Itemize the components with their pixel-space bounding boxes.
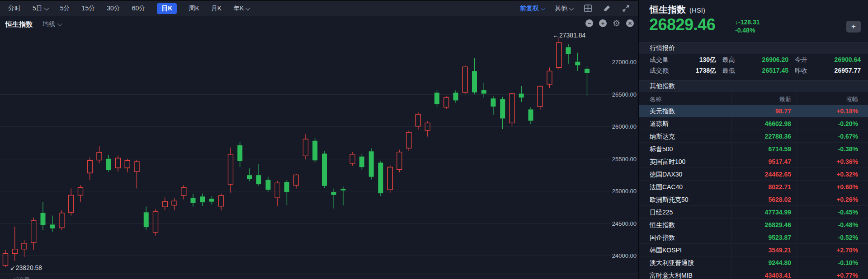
candle-body [191,198,196,203]
index-row-富时意大利MIB[interactable]: 富时意大利MIB43403.41+0.77% [639,269,868,279]
candle [3,250,8,267]
adjust-mode-dropdown[interactable]: 前复权 [520,5,545,13]
period-label: 5分 [60,5,70,13]
quote-label-今开: 今开 [795,56,807,64]
candle [181,185,186,199]
index-row-澳大利亚普通股[interactable]: 澳大利亚普通股9244.80-0.10% [639,256,868,269]
candle [331,188,336,208]
candle [153,209,158,236]
index-name: 恒生指数 [650,221,675,229]
candle-body [500,99,505,119]
period-tab-60分[interactable]: 60分 [132,5,146,13]
period-tab-日K[interactable]: 日K [157,3,177,14]
brush-icon[interactable] [602,4,611,13]
index-change: +0.32% [813,171,858,178]
chart-header: 恒生指数 均线 − + ⚙ ✕ [0,18,638,31]
zoom-in-icon[interactable]: + [599,19,607,27]
period-tab-30分[interactable]: 30分 [107,5,120,13]
quote-section-header: 行情报价 [639,42,868,54]
candle-body [294,175,299,185]
candle-body [144,212,149,227]
index-last: 9244.80 [728,259,791,266]
other-dropdown[interactable]: 其他 [555,5,573,13]
index-last: 43403.41 [728,272,791,279]
index-last: 3549.21 [728,246,791,254]
index-row-韩国KOSPI[interactable]: 韩国KOSPI3549.21+2.70% [639,244,868,256]
period-tab-月K[interactable]: 月K [211,5,222,13]
index-name: 美元指数 [650,107,675,116]
index-row-法国CAC40[interactable]: 法国CAC408022.71+0.60% [639,181,868,193]
chevron-down-icon [245,5,250,10]
quote-value-今开: 26900.64 [816,56,861,63]
fullscreen-icon[interactable] [621,4,630,13]
candle-body [153,211,158,232]
candle [266,177,271,192]
current-price: 26829.46 [649,15,715,34]
period-tab-5日[interactable]: 5日 [33,5,48,13]
candle [341,186,346,205]
index-row-纳斯达克[interactable]: 纳斯达克22788.36-0.67% [639,130,868,143]
candle-body [481,90,486,94]
period-tab-15分[interactable]: 15分 [82,5,95,13]
stock-app-window: 分时5日5分15分30分60分日K周K月K年K 前复权 其他 恒生指数 [0,0,868,279]
candle-body [50,224,55,228]
index-row-日经225[interactable]: 日经22547734.99-0.45% [639,206,868,219]
candle [303,134,308,159]
index-row-美元指数[interactable]: 美元指数98.77+0.18% [639,105,868,117]
candle [434,90,439,107]
add-to-watchlist-button[interactable]: + [846,21,861,33]
period-label: 分时 [8,5,21,13]
volume-pane-label: 成交量 [14,276,30,279]
index-row-道琼斯[interactable]: 道琼斯46602.98-0.20% [639,117,868,130]
candle [350,152,355,166]
index-change: +0.77% [813,272,858,279]
candle-body [462,67,467,92]
candle-body [453,93,458,100]
layout-grid-icon[interactable] [583,4,592,13]
candle [41,202,46,230]
index-change: +0.36% [813,158,858,165]
candle [125,159,130,172]
period-label: 60分 [132,5,146,13]
candle [378,161,383,196]
index-row-标普500[interactable]: 标普5006714.59-0.38% [639,143,868,155]
ma-dropdown[interactable]: 均线 [42,20,61,28]
candle-body [256,175,261,184]
quote-value-最高: 26906.20 [743,56,788,63]
index-last: 24462.65 [728,171,791,178]
candle [162,197,167,210]
candle [472,58,477,94]
index-row-恒生指数[interactable]: 恒生指数26829.46-0.48% [639,219,868,231]
candle [97,146,102,163]
panel-title: 恒生指数(HSI) [650,4,705,16]
index-last: 8022.71 [728,183,791,191]
period-label: 30分 [107,5,120,13]
close-icon[interactable]: ✕ [626,19,634,27]
candle-body [284,182,289,192]
zoom-out-icon[interactable]: − [585,19,593,27]
period-tab-年K[interactable]: 年K [233,5,250,13]
index-row-国企指数[interactable]: 国企指数9523.87-0.52% [639,231,868,244]
index-last: 26829.46 [728,221,791,228]
index-change: -0.67% [813,133,858,140]
index-last: 47734.99 [728,209,791,216]
candle [557,37,561,70]
period-tab-5分[interactable]: 5分 [60,5,70,13]
candle-body [266,180,271,190]
down-arrow-icon: ↓ [735,19,738,26]
candle [444,96,449,109]
period-tab-分时[interactable]: 分时 [8,5,21,13]
candle-body [312,141,317,161]
candlestick-chart[interactable] [0,0,638,279]
index-row-德国DAX30[interactable]: 德国DAX3024462.65+0.32% [639,168,868,181]
candle-body [303,139,308,156]
period-label: 5日 [33,5,42,13]
others-section-title: 其他指数 [650,82,675,90]
index-name: 日经225 [650,209,673,217]
index-row-欧洲斯托克50[interactable]: 欧洲斯托克505628.02+0.26% [639,193,868,206]
candle [369,149,374,180]
period-tab-周K[interactable]: 周K [189,5,199,13]
index-row-英国富时100[interactable]: 英国富时1009517.47+0.36% [639,155,868,168]
settings-gear-icon[interactable]: ⚙ [613,19,620,27]
period-label: 周K [189,5,199,13]
